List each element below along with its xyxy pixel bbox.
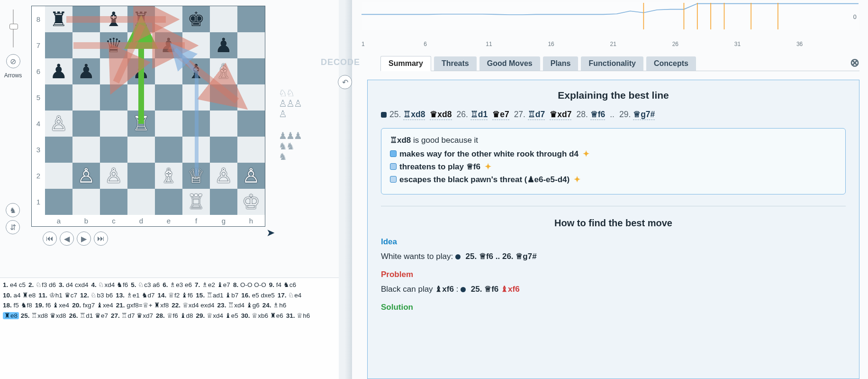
move-entry[interactable]: 25. ♖xd8 ♛xd8: [21, 312, 66, 319]
square-d1[interactable]: [127, 189, 155, 215]
square-f6[interactable]: ♝: [182, 58, 210, 84]
square-c3[interactable]: [100, 137, 127, 163]
move-entry[interactable]: 12. ♘b3 b6: [80, 292, 113, 299]
square-e5[interactable]: [155, 84, 182, 111]
square-a6[interactable]: ♟: [45, 58, 72, 84]
pieces-icon[interactable]: ♞: [6, 203, 20, 217]
line-ply[interactable]: 27. ♖d7: [514, 110, 545, 120]
square-c4[interactable]: [100, 111, 127, 137]
square-d7[interactable]: [127, 32, 155, 58]
nav-first-button[interactable]: ⏮: [43, 231, 57, 246]
square-g5[interactable]: [210, 84, 237, 111]
line-ply[interactable]: 29. ♕g7#: [619, 110, 655, 120]
move-entry[interactable]: 6. ♗e3 e6: [163, 281, 192, 288]
current-move[interactable]: ♜e8: [3, 312, 19, 319]
undo-icon[interactable]: ↶: [338, 75, 352, 89]
square-d4[interactable]: ♖: [127, 111, 155, 137]
move-entry[interactable]: 18. f5 ♞f8: [3, 302, 32, 309]
move-entry[interactable]: 22. ♕xd4 exd4: [172, 302, 214, 309]
move-entry[interactable]: 26. ♖d1 ♛e7: [69, 312, 108, 319]
square-a1[interactable]: [45, 189, 72, 215]
square-c2[interactable]: ♙: [100, 163, 127, 189]
square-b8[interactable]: [72, 6, 100, 32]
tab-threats[interactable]: Threats: [434, 56, 477, 71]
move-entry[interactable]: 10. a4 ♜e8: [3, 292, 36, 299]
square-e8[interactable]: [155, 6, 182, 32]
reason-item[interactable]: threatens to play ♕f6 ✦: [390, 162, 837, 172]
square-h7[interactable]: [237, 32, 265, 58]
square-f7[interactable]: [182, 32, 210, 58]
square-h4[interactable]: [237, 111, 265, 137]
move-entry[interactable]: 4. ♘xd4 ♞f6: [91, 281, 128, 288]
square-e1[interactable]: [155, 189, 182, 215]
square-e3[interactable]: [155, 137, 182, 163]
move-entry[interactable]: 24. ♗h6: [262, 302, 287, 309]
square-g7[interactable]: ♟: [210, 32, 237, 58]
move-entry[interactable]: 14. ♕f2 ♝f6: [158, 292, 193, 299]
move-entry[interactable]: 27. ♖d7 ♛xd7: [111, 312, 153, 319]
line-ply[interactable]: 28. ♕f6: [576, 110, 605, 120]
line-ply[interactable]: 25. ♖xd8: [389, 110, 425, 120]
move-entry[interactable]: 15. ♖ad1 ♝b7: [196, 292, 238, 299]
square-h1[interactable]: ♔: [237, 189, 265, 215]
square-g2[interactable]: ♙: [210, 163, 237, 189]
square-d2[interactable]: [127, 163, 155, 189]
move-entry[interactable]: 5. ♘c3 a6: [131, 281, 160, 288]
square-c7[interactable]: ♛: [100, 32, 127, 58]
move-entry[interactable]: 3. d4 cxd4: [59, 281, 88, 288]
square-h8[interactable]: [237, 6, 265, 32]
square-g8[interactable]: [210, 6, 237, 32]
move-entry[interactable]: 1. e4 c5: [3, 281, 26, 288]
square-f5[interactable]: [182, 84, 210, 111]
chess-board[interactable]: 8♜♝♜♚7♛♟♟6♟♟♟♝♗54♙♖32♙♙♗♕♙♙1♖♔ abcdefgh: [31, 6, 265, 227]
move-entry[interactable]: 23. ♖xd4 ♝g6: [217, 302, 260, 309]
move-entry[interactable]: 9. f4 ♞c6: [269, 281, 296, 288]
square-a5[interactable]: [45, 84, 72, 111]
tab-summary[interactable]: Summary: [380, 56, 431, 71]
square-h2[interactable]: ♙: [237, 163, 265, 189]
move-entry[interactable]: 13. ♗e1 ♞d7: [116, 292, 154, 299]
move-entry[interactable]: 11. ♔h1 ♛c7: [38, 292, 77, 299]
move-entry[interactable]: 17. ♘e4: [278, 292, 302, 299]
tab-plans[interactable]: Plans: [543, 56, 579, 71]
nav-last-button[interactable]: ⏭: [94, 231, 108, 246]
square-h6[interactable]: [237, 58, 265, 84]
square-e7[interactable]: ♟: [155, 32, 182, 58]
square-a7[interactable]: [45, 32, 72, 58]
square-f3[interactable]: [182, 137, 210, 163]
reason-item[interactable]: makes way for the other white rook throu…: [390, 149, 837, 159]
reason-item[interactable]: escapes the black pawn's threat (♟e6-e5-…: [390, 175, 837, 185]
line-ply[interactable]: ♛xd8: [430, 110, 452, 120]
tab-good-moves[interactable]: Good Moves: [479, 56, 540, 71]
square-g3[interactable]: [210, 137, 237, 163]
square-a4[interactable]: ♙: [45, 111, 72, 137]
nav-prev-button[interactable]: ◀: [60, 231, 74, 246]
square-g6[interactable]: ♗: [210, 58, 237, 84]
eval-chart[interactable]: 0: [352, 0, 868, 40]
square-d5[interactable]: [127, 84, 155, 111]
square-e4[interactable]: [155, 111, 182, 137]
square-c1[interactable]: [100, 189, 127, 215]
square-f8[interactable]: ♚: [182, 6, 210, 32]
move-entry[interactable]: 16. e5 dxe5: [241, 292, 275, 299]
square-a8[interactable]: ♜: [45, 6, 72, 32]
tab-concepts[interactable]: Concepts: [646, 56, 696, 71]
square-c6[interactable]: [100, 58, 127, 84]
square-e6[interactable]: [155, 58, 182, 84]
close-icon[interactable]: ⊗: [850, 56, 859, 69]
move-entry[interactable]: 7. ♗e2 ♝e7: [195, 281, 230, 288]
move-entry[interactable]: 29. ♕xd4 ♝e5: [196, 312, 238, 319]
line-ply[interactable]: 26. ♖d1: [457, 110, 488, 120]
square-b1[interactable]: [72, 189, 100, 215]
square-g4[interactable]: [210, 111, 237, 137]
square-a2[interactable]: [45, 163, 72, 189]
swap-icon[interactable]: ⇵: [6, 220, 20, 234]
square-c8[interactable]: ♝: [100, 6, 127, 32]
arrow-opacity-slider[interactable]: [11, 9, 15, 47]
nav-next-button[interactable]: ▶: [77, 231, 91, 246]
tab-functionality[interactable]: Functionality: [581, 56, 643, 71]
square-f2[interactable]: ♕: [182, 163, 210, 189]
square-f4[interactable]: [182, 111, 210, 137]
move-entry[interactable]: 21. gxf8=♕+ ♜xf8: [116, 302, 169, 309]
line-ply[interactable]: ♛xd7: [550, 110, 571, 120]
